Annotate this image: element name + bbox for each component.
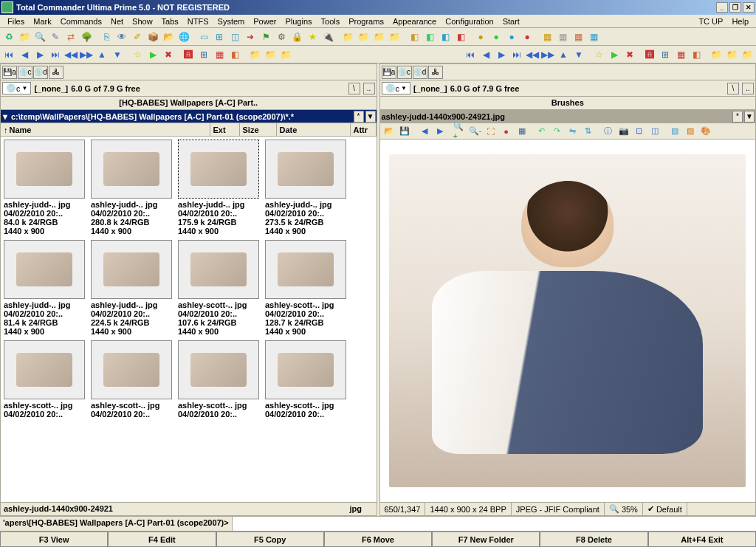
f1-icon[interactable]: 📁 — [247, 47, 262, 62]
tree-icon[interactable]: 🌳 — [79, 30, 94, 44]
menu-power[interactable]: Power — [249, 16, 281, 27]
right-root-button[interactable]: \ — [727, 83, 739, 94]
box4-icon[interactable]: ◧ — [453, 30, 468, 44]
menu-tabs[interactable]: Tabs — [157, 16, 183, 27]
folder2-icon[interactable]: 📁 — [340, 30, 355, 44]
menu-tcup[interactable]: TC UP — [694, 16, 727, 27]
b-icon[interactable]: ⊞ — [196, 47, 211, 62]
r-nav-back2-icon[interactable]: ◀◀ — [525, 47, 540, 62]
drive-c-icon[interactable]: 💿c — [18, 66, 32, 79]
fav-icon[interactable]: ☆ — [130, 47, 145, 62]
thumbnail-item[interactable]: ashley-judd-.. jpg04/02/2010 20:..81.4 k… — [4, 240, 85, 336]
right-tab-header[interactable]: Brushes — [380, 97, 756, 110]
f5-copy-button[interactable]: F5 Copy — [216, 531, 324, 547]
left-history-button[interactable]: ▼ — [365, 111, 376, 123]
search-icon[interactable]: 🔍 — [32, 30, 47, 44]
nav-fwd2-icon[interactable]: ▶▶ — [79, 47, 94, 62]
r-b-icon[interactable]: ⊞ — [658, 47, 673, 62]
r-a-icon[interactable]: 🅰 — [642, 47, 657, 62]
drive-net-icon[interactable]: 🖧 — [49, 66, 63, 79]
left-thumbnail-grid[interactable]: ashley-judd-.. jpg04/02/2010 20:..84.0 k… — [1, 137, 377, 502]
f6-move-button[interactable]: F6 Move — [324, 531, 432, 547]
menu-plugins[interactable]: Plugins — [281, 16, 316, 27]
view-icon[interactable]: 👁 — [114, 30, 129, 44]
unpack-icon[interactable]: 📂 — [161, 30, 176, 44]
thumbnail-item[interactable]: ashley-scott-.. jpg04/02/2010 20:..107.6… — [178, 240, 259, 336]
f7-newfolder-button[interactable]: F7 New Folder — [432, 531, 540, 547]
thumbnail-item[interactable]: ashley-scott-.. jpg04/02/2010 20:.. — [91, 340, 172, 419]
r-nav-fwd-icon[interactable]: ▶ — [494, 47, 509, 62]
left-root-button[interactable]: \ — [348, 83, 360, 94]
thumbnail-item[interactable]: ashley-judd-.. jpg04/02/2010 20:..280.8 … — [91, 140, 172, 235]
copy-icon[interactable]: ⎘ — [99, 30, 114, 44]
r-fav-icon[interactable]: ☆ — [591, 47, 606, 62]
r-drive-net-icon[interactable]: 🖧 — [428, 66, 443, 79]
restore-button[interactable]: ❐ — [729, 2, 741, 13]
r-d-icon[interactable]: ◧ — [689, 47, 704, 62]
box1-icon[interactable]: ◧ — [407, 30, 422, 44]
menu-commands[interactable]: Commands — [56, 16, 106, 27]
play-icon[interactable]: ▶ — [145, 47, 160, 62]
viewer-grid-icon[interactable]: ▦ — [515, 125, 529, 138]
command-input[interactable] — [233, 517, 756, 531]
r-nav-last-icon[interactable]: ⏭ — [509, 47, 524, 62]
ftp-icon[interactable]: 🌐 — [176, 30, 191, 44]
col-size[interactable]: Size — [240, 123, 277, 136]
folder4-icon[interactable]: 📁 — [371, 30, 386, 44]
menu-files[interactable]: Files — [3, 16, 29, 27]
viewer-flipv-icon[interactable]: ⇅ — [581, 125, 596, 138]
viewer-prev-icon[interactable]: ◀ — [417, 125, 432, 138]
sync-icon[interactable]: ⇄ — [63, 30, 78, 44]
rename-icon[interactable]: ✎ — [48, 30, 63, 44]
left-up-button[interactable]: .. — [363, 83, 375, 94]
folder3-icon[interactable]: 📁 — [356, 30, 371, 44]
new-tab-icon[interactable]: ▭ — [196, 30, 211, 44]
thumbnail-item[interactable]: ashley-judd-.. jpg04/02/2010 20:..224.5 … — [91, 240, 172, 336]
right-path-bar[interactable]: ashley-judd-1440x900-24921.jpg * ▼ — [380, 110, 756, 123]
globe1-icon[interactable]: ● — [473, 30, 488, 44]
menu-show[interactable]: Show — [128, 16, 157, 27]
r-nav-down-icon[interactable]: ▼ — [571, 47, 586, 62]
r-nav-first-icon[interactable]: ⏮ — [463, 47, 478, 62]
r-drive-d-icon[interactable]: 💿d — [413, 66, 427, 79]
chevron-down-icon[interactable]: ▼ — [1, 112, 10, 121]
folder5-icon[interactable]: 📁 — [387, 30, 402, 44]
thumbnail-item[interactable]: ashley-scott-.. jpg04/02/2010 20:.. — [4, 340, 85, 419]
nav-back-icon[interactable]: ◀ — [17, 47, 32, 62]
left-fav-button[interactable]: * — [354, 111, 364, 123]
viewer-zoomout-icon[interactable]: 🔍- — [468, 125, 483, 138]
col-name[interactable]: Name — [1, 123, 210, 136]
menu-help[interactable]: Help — [727, 16, 753, 27]
viewer-100-icon[interactable]: ● — [499, 125, 514, 138]
r-nav-back-icon[interactable]: ◀ — [478, 47, 493, 62]
folder-icon[interactable]: 📁 — [17, 30, 32, 44]
thumbnail-item[interactable]: ashley-judd-.. jpg04/02/2010 20:..273.5 … — [265, 140, 346, 235]
viewer-cam-icon[interactable]: 📷 — [616, 125, 631, 138]
viewer-crop-icon[interactable]: ⊡ — [632, 125, 647, 138]
r-nav-up-icon[interactable]: ▲ — [556, 47, 571, 62]
left-tab-header[interactable]: [HQ-BABES] Wallpapers [A-C] Part.. — [1, 97, 377, 110]
c-icon[interactable]: ▦ — [212, 47, 227, 62]
panel-icon[interactable]: ⊞ — [212, 30, 227, 44]
r-c-icon[interactable]: ▦ — [673, 47, 688, 62]
viewer-fit-icon[interactable]: ⛶ — [484, 125, 498, 138]
r-f3-icon[interactable]: 📁 — [740, 47, 755, 62]
thumbnail-item[interactable]: ashley-judd-.. jpg04/02/2010 20:..84.0 k… — [4, 140, 85, 235]
altf4-exit-button[interactable]: Alt+F4 Exit — [648, 531, 756, 547]
viewer-next-icon[interactable]: ▶ — [433, 125, 447, 138]
viewer-color-icon[interactable]: ▧ — [667, 125, 682, 138]
arrow-icon[interactable]: ➜ — [243, 30, 258, 44]
f2-icon[interactable]: 📁 — [263, 47, 278, 62]
nav-up-icon[interactable]: ▲ — [94, 47, 109, 62]
menu-start[interactable]: Start — [498, 16, 524, 27]
box2-icon[interactable]: ◧ — [422, 30, 437, 44]
minimize-button[interactable]: _ — [716, 2, 728, 13]
nav-fwd-icon[interactable]: ▶ — [32, 47, 47, 62]
gear-icon[interactable]: ⚙ — [274, 30, 289, 44]
viewer-rotl-icon[interactable]: ↶ — [535, 125, 549, 138]
f3-view-button[interactable]: F3 View — [0, 531, 108, 547]
r-f2-icon[interactable]: 📁 — [724, 47, 739, 62]
pack-icon[interactable]: 📦 — [145, 30, 160, 44]
menu-configuration[interactable]: Configuration — [441, 16, 498, 27]
viewer-open-icon[interactable]: 📂 — [382, 125, 396, 138]
